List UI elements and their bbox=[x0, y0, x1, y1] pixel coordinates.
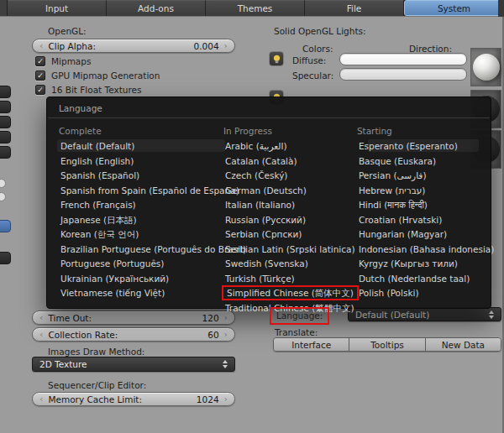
light-1-toggle-button[interactable] bbox=[269, 51, 284, 66]
edge-widget[interactable] bbox=[0, 252, 11, 264]
menu-item-ukrainian[interactable]: Ukrainian (Український) bbox=[59, 272, 223, 287]
edge-widget[interactable] bbox=[0, 131, 11, 143]
menu-item-russian[interactable]: Russian (Русский) bbox=[223, 213, 357, 228]
menu-item-label: Serbian (Српски) bbox=[223, 228, 303, 240]
light-1-direction-preview[interactable] bbox=[470, 48, 501, 86]
menu-item-label: Hindi (मानक हिन्दी) bbox=[357, 199, 429, 211]
menu-item-esperanto[interactable]: Esperanto (Esperanto) bbox=[357, 139, 483, 154]
memory-cache-limit-label: Memory Cache Limit: bbox=[48, 394, 196, 404]
menu-item-hindi[interactable]: Hindi (मानक हिन्दी) bbox=[357, 198, 483, 213]
menu-item-spanish-from-spain[interactable]: Spanish from Spain (Español de España) bbox=[59, 184, 223, 199]
checkbox-row-mipmaps[interactable]: Mipmaps bbox=[35, 55, 160, 68]
menu-item-label: Russian (Русский) bbox=[223, 214, 307, 226]
edge-widget[interactable] bbox=[0, 86, 11, 98]
menu-item-label: English (English) bbox=[59, 155, 135, 167]
menu-item-spanish[interactable]: Spanish (Español) bbox=[59, 169, 223, 184]
menu-item-czech[interactable]: Czech (Český) bbox=[223, 169, 357, 184]
menu-item-label: Czech (Český) bbox=[223, 170, 289, 181]
checkbox-row-gpu-mipmap-generation[interactable]: GPU Mipmap Generation bbox=[35, 69, 160, 82]
menu-item-label: Croatian (Hrvatski) bbox=[357, 214, 444, 226]
edge-widget-selected[interactable] bbox=[0, 220, 11, 232]
menu-item-label: Vietnamese (tiếng Việt) bbox=[59, 287, 166, 299]
light-1-specular-color-field[interactable] bbox=[339, 68, 467, 81]
menu-item-arabic[interactable]: Arabic (العربية) bbox=[223, 139, 357, 154]
menu-item-polish[interactable]: Polish (Polski) bbox=[357, 286, 483, 301]
menu-item-hungarian[interactable]: Hungarian (Magyar) bbox=[357, 227, 483, 243]
preferences-tab-bar: InputAdd-onsThemesFileSystem bbox=[0, 0, 504, 17]
menu-item-label: Dutch (Nederlandse taal) bbox=[357, 273, 471, 284]
menu-item-kyrgyz[interactable]: Kyrgyz (Кыргыз тили) bbox=[357, 257, 483, 272]
edge-widget[interactable] bbox=[0, 179, 6, 188]
edge-widget[interactable] bbox=[0, 101, 11, 113]
menu-item-croatian[interactable]: Croatian (Hrvatski) bbox=[357, 213, 483, 228]
menu-item-vietnamese[interactable]: Vietnamese (tiếng Việt) bbox=[59, 286, 223, 301]
images-draw-method-dropdown[interactable]: 2D Texture bbox=[32, 357, 235, 372]
memory-cache-limit-slider[interactable]: Memory Cache Limit: 1024 bbox=[32, 392, 235, 406]
menu-item-portuguese[interactable]: Portuguese (Português) bbox=[59, 257, 223, 272]
images-draw-method-label: Images Draw Method: bbox=[48, 347, 144, 357]
language-menu: Language CompleteDefault (Default)Englis… bbox=[46, 97, 491, 309]
menu-item-label: French (Français) bbox=[59, 199, 138, 211]
edge-widget[interactable] bbox=[0, 116, 11, 128]
solid-lights-section-label: Solid OpenGL Lights: bbox=[274, 26, 366, 36]
diffuse-label: Diffuse: bbox=[292, 55, 326, 65]
checkbox-label: GPU Mipmap Generation bbox=[51, 70, 160, 81]
tab-system[interactable]: System bbox=[404, 0, 504, 16]
menu-item-label: Italian (Italiano) bbox=[223, 199, 297, 211]
menu-item-korean[interactable]: Korean (한국 언어) bbox=[59, 227, 223, 243]
images-draw-method-value: 2D Texture bbox=[39, 359, 87, 369]
menu-item-indonesian[interactable]: Indonesian (Bahasa indonesia) bbox=[357, 243, 483, 258]
edge-widget[interactable] bbox=[0, 192, 6, 201]
menu-item-german[interactable]: German (Deutsch) bbox=[223, 184, 357, 199]
menu-item-italian[interactable]: Italian (Italiano) bbox=[223, 198, 357, 213]
menu-item-label: Default (Default) bbox=[59, 140, 136, 152]
menu-item-brazilian-portuguese[interactable]: Brazilian Portuguese (Português do Brasi… bbox=[59, 243, 223, 258]
menu-item-serbian-latin[interactable]: Serbian Latin (Srpski latinica) bbox=[223, 243, 357, 258]
menu-item-swedish[interactable]: Swedish (Svenska) bbox=[223, 257, 357, 272]
checkbox-mipmaps[interactable] bbox=[35, 56, 45, 66]
translate-tooltips-button[interactable]: Tooltips bbox=[349, 338, 425, 351]
menu-item-turkish[interactable]: Turkish (Türkçe) bbox=[223, 272, 357, 287]
menu-item-catalan[interactable]: Catalan (Català) bbox=[223, 154, 357, 170]
menu-item-serbian[interactable]: Serbian (Српски) bbox=[223, 227, 357, 243]
menu-column-header-in-progress: In Progress bbox=[223, 123, 357, 139]
clip-alpha-label: Clip Alpha: bbox=[48, 41, 193, 51]
language-label-annotation-box: Language: bbox=[270, 307, 329, 325]
menu-item-default[interactable]: Default (Default) bbox=[59, 139, 223, 154]
translate-new-data-button[interactable]: New Data bbox=[426, 338, 501, 351]
menu-item-basque[interactable]: Basque (Euskara) bbox=[357, 154, 483, 170]
menu-item-japanese[interactable]: Japanese (日本語) bbox=[59, 213, 223, 228]
menu-item-label: Esperanto (Esperanto) bbox=[357, 140, 459, 152]
menu-item-label: Japanese (日本語) bbox=[59, 214, 139, 226]
tab-themes[interactable]: Themes bbox=[206, 0, 305, 16]
checkbox-label: 16 Bit Float Textures bbox=[51, 85, 141, 95]
menu-item-label: Portuguese (Português) bbox=[59, 258, 165, 269]
menu-item-simplified-chinese-annotated[interactable]: Simplified Chinese (简体中文) bbox=[223, 286, 357, 301]
light-1-diffuse-color-field[interactable] bbox=[339, 53, 467, 65]
menu-item-french[interactable]: French (Français) bbox=[59, 198, 223, 213]
menu-item-dutch[interactable]: Dutch (Nederlandse taal) bbox=[357, 272, 483, 287]
checkbox-16-bit-float-textures[interactable] bbox=[35, 85, 45, 95]
menu-item-persian[interactable]: Persian (فارسى) bbox=[357, 169, 483, 184]
clip-alpha-slider[interactable]: Clip Alpha: 0.004 bbox=[32, 39, 235, 53]
collection-rate-slider[interactable]: Collection Rate: 60 bbox=[32, 327, 235, 342]
tab-input[interactable]: Input bbox=[8, 0, 107, 16]
edge-widget[interactable] bbox=[0, 146, 11, 159]
menu-item-label: Indonesian (Bahasa indonesia) bbox=[357, 243, 496, 255]
checkbox-row-16-bit-float-textures[interactable]: 16 Bit Float Textures bbox=[35, 83, 160, 97]
menu-item-label: Persian (فارسى) bbox=[357, 170, 428, 181]
translate-interface-button[interactable]: Interface bbox=[274, 338, 349, 351]
tab-add-ons[interactable]: Add-ons bbox=[107, 0, 206, 16]
tab-bar-right-sliver bbox=[498, 0, 504, 17]
menu-item-english[interactable]: English (English) bbox=[59, 154, 223, 170]
menu-column-header-starting: Starting bbox=[357, 123, 483, 139]
sequencer-clip-editor-label: Sequencer/Clip Editor: bbox=[48, 380, 146, 390]
menu-item-label: Basque (Euskara) bbox=[357, 155, 438, 167]
checkbox-gpu-mipmap-generation[interactable] bbox=[35, 70, 45, 81]
menu-item-label: Swedish (Svenska) bbox=[223, 258, 310, 269]
tab-file[interactable]: File bbox=[305, 0, 404, 16]
menu-item-label: Kyrgyz (Кыргыз тили) bbox=[357, 258, 459, 269]
opengl-section-label: OpenGL: bbox=[48, 26, 87, 36]
translate-toggle-group: InterfaceTooltipsNew Data bbox=[273, 337, 501, 352]
menu-item-hebrew[interactable]: Hebrew (עברית) bbox=[357, 184, 483, 199]
